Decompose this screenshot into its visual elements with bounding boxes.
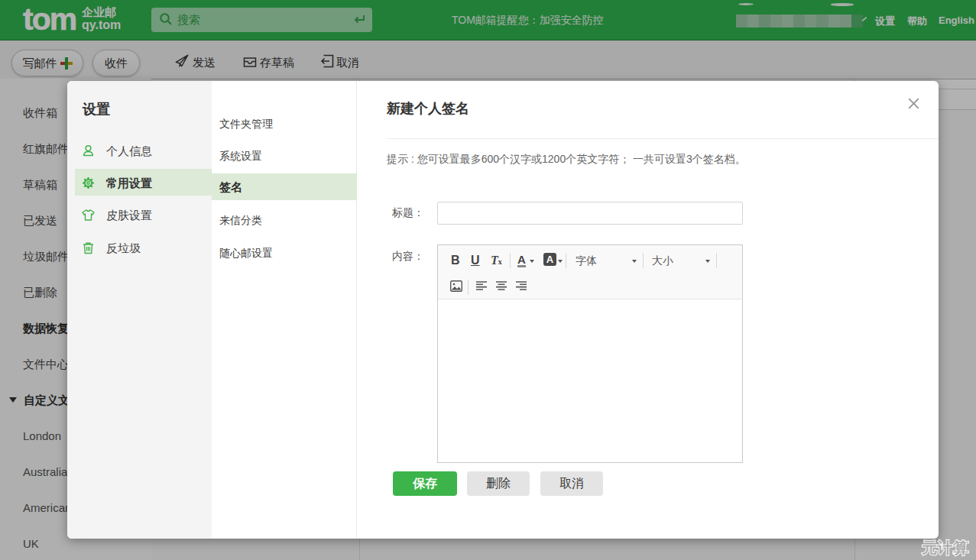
svg-text:元计算: 元计算 bbox=[921, 539, 969, 556]
